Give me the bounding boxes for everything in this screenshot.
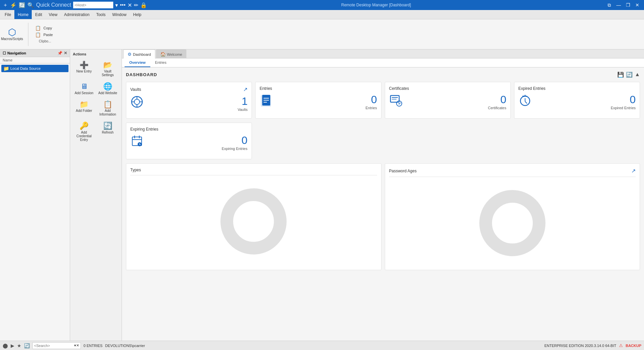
- expiring-entries-card-value: 0 Expiring Entries: [148, 134, 248, 151]
- entries-card-title: Entries: [260, 86, 272, 91]
- actions-panel: Actions ➕ New Entry 📂 Vault Settings 🖥 A…: [70, 49, 122, 341]
- dashboard-header-actions: 💾 🔄 ▲: [617, 71, 640, 78]
- status-star-icon[interactable]: ★: [17, 343, 21, 348]
- tab-welcome[interactable]: 🏠 Welcome: [156, 49, 187, 58]
- add-information-button[interactable]: 📋 Add Information: [97, 98, 119, 118]
- dropdown-icon[interactable]: ▾: [115, 2, 118, 8]
- minimize-button[interactable]: —: [615, 1, 623, 9]
- sub-tab-overview[interactable]: Overview: [125, 58, 150, 67]
- search-input[interactable]: [34, 344, 74, 348]
- search-clear-icon[interactable]: ✕: [76, 343, 79, 348]
- password-ages-link-icon[interactable]: ↗: [631, 168, 636, 174]
- vault-settings-button[interactable]: 📂 Vault Settings: [97, 59, 119, 79]
- menu-help[interactable]: Help: [130, 10, 145, 19]
- menu-tools[interactable]: Tools: [93, 10, 109, 19]
- nav-folder-icon: 📁: [3, 66, 9, 71]
- expired-entries-card-title: Expired Entries: [518, 86, 545, 91]
- copy-label: Copy: [43, 26, 52, 30]
- sub-tab-entries[interactable]: Entries: [150, 58, 171, 67]
- window-controls: ⧉ — ❐ ✕: [605, 1, 641, 9]
- add-session-button[interactable]: 🖥 Add Session: [73, 80, 95, 97]
- tile-icon[interactable]: ⧉: [605, 1, 613, 9]
- entries-count: 0 ENTRIES: [84, 344, 103, 348]
- nav-title-row: ☐ Navigation: [3, 51, 26, 55]
- certificates-count-label: Certificates: [407, 106, 506, 110]
- nav-close-icon[interactable]: ✕: [64, 51, 67, 55]
- vaults-card-body: 1 Vaults: [130, 95, 248, 112]
- restore-button[interactable]: ❐: [624, 1, 632, 9]
- dashboard-header: DASHBOARD 💾 🔄 ▲: [126, 71, 640, 78]
- add-website-button[interactable]: 🌐 Add Website: [97, 80, 119, 97]
- dashboard-save-icon[interactable]: 💾: [617, 71, 624, 78]
- types-chart-header: Types: [130, 168, 377, 175]
- menu-view[interactable]: View: [45, 10, 61, 19]
- expiring-entries-card-body: 0 Expiring Entries: [130, 134, 248, 151]
- expired-entries-card-icon: [518, 94, 532, 110]
- nav-tree-item-local-data-source[interactable]: 📁 Local Data Source: [1, 65, 68, 72]
- tab-dashboard[interactable]: ⚙ Dashboard: [123, 49, 155, 58]
- add-folder-button[interactable]: 📁 Add Folder: [73, 98, 95, 118]
- connect-dots-icon[interactable]: •••: [120, 2, 126, 8]
- vaults-card-link-icon[interactable]: ↗: [243, 86, 248, 93]
- search-icon-tb[interactable]: 🔍: [27, 2, 34, 8]
- status-bar-left: ⬤ ▶ ★ 🔄 ▾ ✕ 0 ENTRIES DEVOLUTIONS\pcarri…: [3, 342, 145, 349]
- menu-window[interactable]: Window: [109, 10, 130, 19]
- welcome-tab-icon: 🏠: [160, 52, 166, 57]
- add-icon[interactable]: ＋: [3, 2, 8, 9]
- cancel-icon[interactable]: ✕: [128, 2, 132, 8]
- title-bar: ＋ ⚡ 🔄 🔍 Quick Connect ▾ ••• ✕ ✏ 🔒 Remote…: [0, 0, 644, 10]
- status-icon-1[interactable]: ⬤: [3, 343, 8, 348]
- expiring-entries-card-title: Expiring Entries: [130, 127, 158, 132]
- dashboard-collapse-icon[interactable]: ▲: [635, 71, 640, 78]
- main-layout: ☐ Navigation 📌 ✕ Name 📁 Local Data Sourc…: [0, 49, 644, 341]
- sub-tab-overview-label: Overview: [129, 60, 146, 64]
- password-ages-chart-title: Password Ages: [389, 169, 417, 173]
- nav-title: Navigation: [7, 51, 26, 55]
- vaults-card-header: Vaults ↗: [130, 86, 248, 93]
- menu-home[interactable]: Home: [14, 10, 32, 19]
- macros-scripts-button[interactable]: ⬡ Macros/Scripts: [3, 26, 21, 42]
- add-folder-label: Add Folder: [76, 109, 92, 113]
- paste-button[interactable]: Paste: [41, 32, 55, 37]
- expiring-entries-count-label: Expiring Entries: [148, 147, 248, 151]
- charts-row: Types Password Ages ↗: [126, 163, 640, 270]
- types-donut-chart: [217, 185, 290, 258]
- macros-scripts-label: Macros/Scripts: [1, 37, 23, 41]
- ribbon-clipboard-items: 📋 Copy 📋 Paste: [35, 25, 55, 37]
- tabs-row: ⚙ Dashboard 🏠 Welcome: [122, 49, 644, 58]
- status-play-icon[interactable]: ▶: [11, 343, 14, 348]
- title-bar-left: ＋ ⚡ 🔄 🔍 Quick Connect ▾ ••• ✕ ✏ 🔒: [3, 2, 147, 9]
- actions-grid: ➕ New Entry 📂 Vault Settings 🖥 Add Sessi…: [73, 59, 119, 144]
- clipboard-group-label: Clipbo...: [39, 39, 51, 43]
- expiring-entries-card-header: Expiring Entries: [130, 127, 248, 132]
- lock-icon[interactable]: 🔒: [140, 2, 147, 8]
- new-entry-button[interactable]: ➕ New Entry: [73, 59, 95, 79]
- status-refresh-icon[interactable]: 🔄: [24, 343, 30, 348]
- add-credential-entry-button[interactable]: 🔑 Add Credential Entry: [73, 120, 95, 143]
- refresh-button[interactable]: 🔄 Refresh: [97, 120, 119, 143]
- entries-count: 0: [277, 94, 377, 106]
- copy-button[interactable]: Copy: [41, 25, 55, 31]
- entries-count-label: Entries: [277, 106, 377, 110]
- dashboard-content: DASHBOARD 💾 🔄 ▲ Vaults ↗: [122, 67, 644, 341]
- ribbon-macros-items: ⬡ Macros/Scripts: [3, 26, 21, 42]
- nav-panel: ☐ Navigation 📌 ✕ Name 📁 Local Data Sourc…: [0, 49, 70, 341]
- host-input[interactable]: [73, 2, 113, 8]
- expiring-entries-count: 0: [148, 134, 248, 147]
- svg-point-32: [494, 205, 531, 241]
- close-button[interactable]: ✕: [633, 1, 641, 9]
- dashboard-refresh-icon[interactable]: 🔄: [626, 71, 633, 78]
- menu-administration[interactable]: Administration: [61, 10, 93, 19]
- quick-connect-label: Quick Connect: [36, 2, 71, 8]
- certificates-card-body: 0 Certificates: [389, 94, 506, 110]
- menu-edit[interactable]: Edit: [32, 10, 45, 19]
- refresh-icon[interactable]: 🔄: [19, 2, 25, 8]
- menu-file[interactable]: File: [1, 10, 14, 19]
- password-ages-donut-container: [389, 180, 636, 267]
- nav-pin-icon[interactable]: 📌: [57, 51, 62, 55]
- refresh-action-icon: 🔄: [103, 122, 112, 130]
- connection-icon[interactable]: ⚡: [10, 2, 17, 8]
- svg-point-30: [235, 203, 272, 240]
- edit-icon[interactable]: ✏: [134, 2, 138, 8]
- password-ages-chart-header: Password Ages ↗: [389, 168, 636, 177]
